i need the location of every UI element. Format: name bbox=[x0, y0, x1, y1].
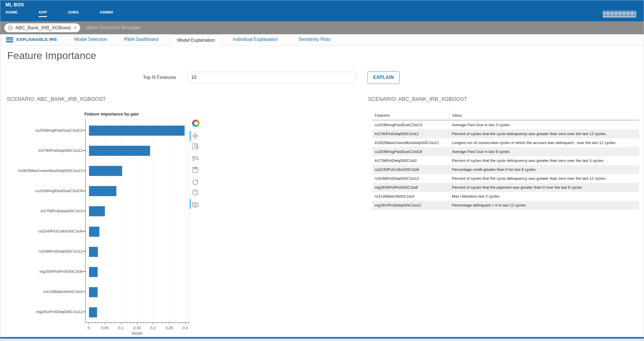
x-axis-tick bbox=[124, 322, 124, 323]
cell-value: Average Past Due in last 3 cycles bbox=[449, 123, 639, 127]
cell-feature: mg2934PctPmtGt0C1to6 bbox=[372, 185, 449, 190]
y-axis-label: rv3246PctDelqGt0C1to12 bbox=[18, 249, 83, 254]
toolbar-divider bbox=[192, 198, 197, 198]
toolbar-divider bbox=[192, 163, 197, 164]
x-axis-tick-label: 0 bbox=[82, 326, 95, 330]
table-row: ln2756PctDelqGt0C1to3Percent of cycles t… bbox=[372, 156, 639, 165]
x-axis-tick-label: 0.3 bbox=[179, 326, 192, 330]
hover-icon[interactable] bbox=[192, 201, 199, 209]
feature-importance-chart: Feature Importance by gain cu2038AvgPast… bbox=[18, 111, 216, 341]
x-axis-tick bbox=[130, 322, 131, 323]
nav-item-jobs[interactable]: JOBS bbox=[68, 10, 79, 17]
y-axis-tick bbox=[83, 291, 85, 292]
y-axis-tick bbox=[83, 150, 85, 151]
x-axis-tick bbox=[105, 322, 105, 325]
nav-item-home[interactable]: HOME bbox=[5, 10, 18, 17]
hover-active-indicator bbox=[190, 199, 191, 209]
bar-cu2039AvgPastDueC1toC6 bbox=[89, 186, 116, 196]
x-axis-tick bbox=[147, 322, 147, 323]
x-axis-tick bbox=[156, 322, 157, 323]
cell-value: Average Past Due in last 6 cycles bbox=[449, 149, 639, 154]
chart-x-axis-title: Score bbox=[85, 331, 189, 336]
scenario-dropdown-label: ABC_Bank_IRB_XGBoost bbox=[15, 25, 71, 31]
y-axis-label: rv3138MaxUtlztnC1to3 bbox=[18, 289, 83, 294]
nav-item-admin[interactable]: ADMIN bbox=[100, 10, 113, 17]
table-row: rv3246PctDelqGt0C1to12Percent of cycles … bbox=[372, 174, 639, 183]
table-row: ln2760PctDelqGt0C1to12Percent of cycles … bbox=[372, 129, 639, 138]
y-axis-tick bbox=[83, 251, 85, 252]
y-axis-label: mg2934PctPmtGt0C1to6 bbox=[18, 269, 83, 274]
x-axis-tick bbox=[143, 322, 144, 323]
reset-icon[interactable] bbox=[192, 178, 199, 186]
bar-mg2910PctDelqGt0C1to12 bbox=[89, 307, 97, 317]
table-row: mg2934PctPmtGt0C1to6Percent of cycles th… bbox=[372, 183, 639, 192]
gridline bbox=[153, 120, 154, 322]
cell-value: Max Utilization last 3 cycles bbox=[449, 194, 639, 198]
x-axis-tick bbox=[137, 322, 137, 325]
cell-feature: rv3246PctDelqGt0C1to12 bbox=[372, 176, 449, 181]
chart-title: Feature Importance by gain bbox=[84, 112, 139, 116]
box-zoom-icon[interactable] bbox=[192, 143, 199, 150]
table-row: cu2038AvgPastDueC1toC3Average Past Due i… bbox=[372, 120, 639, 129]
cell-value: Percentage credit greater than 0 for las… bbox=[449, 167, 639, 172]
bar-ln2760PctDelqGt0C1to12 bbox=[89, 146, 150, 156]
tab-model-selection[interactable]: Model Selection bbox=[74, 37, 107, 42]
x-axis-tick-label: 0.05 bbox=[99, 326, 111, 330]
caret-down-icon bbox=[74, 27, 77, 29]
scenario-icon bbox=[8, 25, 13, 31]
top-n-features-input[interactable] bbox=[187, 72, 356, 83]
x-axis-tick bbox=[185, 322, 185, 325]
y-axis-tick bbox=[83, 170, 85, 171]
x-axis-tick bbox=[127, 322, 128, 323]
y-axis-label: ln2760PctDelqGt0C1to12 bbox=[18, 148, 83, 153]
x-axis-tick bbox=[188, 322, 189, 323]
tab-sensitivity-plots[interactable]: Sensitivity Plots bbox=[298, 37, 331, 42]
toolbar-divider bbox=[192, 151, 197, 151]
x-axis-tick bbox=[114, 322, 115, 323]
bar-ca2243PctCrdtsGt0C1to6 bbox=[89, 227, 99, 237]
scenario-dropdown[interactable]: ABC_Bank_IRB_XGBoost bbox=[4, 23, 80, 32]
x-axis-tick-label: 0.1 bbox=[115, 326, 127, 330]
explain-button[interactable]: EXPLAIN bbox=[368, 71, 399, 84]
scenario-bar: ABC_Bank_IRB_XGBoost Open Scenario Manag… bbox=[0, 21, 644, 34]
open-scenario-manager-link[interactable]: Open Scenario Manager bbox=[86, 25, 141, 30]
bar-ln2756PctDelqGt0C1to3 bbox=[89, 206, 105, 216]
toolbar-divider bbox=[192, 175, 197, 175]
bokeh-logo-icon[interactable] bbox=[192, 120, 200, 127]
chart-plot-area bbox=[85, 119, 190, 323]
help-icon[interactable] bbox=[192, 189, 199, 196]
y-axis-tick bbox=[83, 231, 85, 232]
tab-model-explanation[interactable]: Model Explanation bbox=[171, 35, 222, 46]
y-axis-label: mg2910PctDelqGt0C1to12 bbox=[18, 309, 83, 315]
y-axis-tick bbox=[83, 211, 85, 211]
table-row: ln2825MaxCnsecMosDelqGt0C1to12Longest ru… bbox=[372, 138, 639, 147]
x-axis-tick bbox=[179, 322, 179, 323]
x-axis-tick bbox=[95, 322, 95, 323]
x-axis-tick bbox=[182, 322, 182, 323]
gridline bbox=[169, 120, 170, 322]
features-table-body: cu2038AvgPastDueC1toC3Average Past Due i… bbox=[372, 120, 639, 210]
right-panel: SCENARIO: ABC_BANK_IRB_XGBOOST Features … bbox=[368, 96, 640, 102]
save-icon[interactable] bbox=[192, 166, 199, 174]
y-axis-label: cu2039AvgPastDueC1toC6 bbox=[18, 188, 83, 194]
bar-rv3246PctDelqGt0C1to12 bbox=[89, 247, 98, 257]
x-axis-tick bbox=[153, 322, 153, 325]
tab-bar: EXPLAINABLE IRB Model SelectionRWA Dashb… bbox=[0, 34, 644, 46]
app-title: EXPLAINABLE IRB bbox=[16, 37, 57, 42]
cell-value: Percent of cycles that the cycle delinqu… bbox=[449, 132, 639, 136]
nav-item-app[interactable]: APP bbox=[39, 10, 47, 17]
column-header-value: Value bbox=[449, 111, 639, 120]
tab-individual-explanation[interactable]: Individual Explanation bbox=[233, 37, 278, 42]
y-axis-tick bbox=[83, 130, 85, 131]
main-nav: HOMEAPPJOBSADMIN bbox=[5, 10, 134, 17]
pan-active-indicator bbox=[190, 131, 191, 141]
menu-icon[interactable] bbox=[6, 37, 13, 42]
tab-rwa-dashboard[interactable]: RWA Dashboard bbox=[124, 37, 158, 42]
x-axis-tick bbox=[163, 322, 163, 323]
table-row: rv3138MaxUtlztnC1to3Max Utilization last… bbox=[372, 192, 639, 201]
bar-rv3138MaxUtlztnC1to3 bbox=[89, 287, 98, 297]
y-axis-tick bbox=[83, 271, 85, 272]
wheel-zoom-icon[interactable] bbox=[192, 155, 199, 162]
features-table-header: Features Value bbox=[372, 111, 639, 120]
pan-icon[interactable] bbox=[192, 132, 199, 140]
